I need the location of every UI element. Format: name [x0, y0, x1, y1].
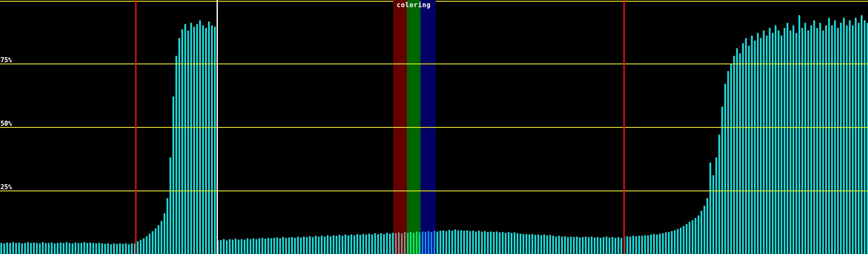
histogram-bar — [460, 230, 462, 254]
histogram-bar — [172, 97, 174, 254]
histogram-bar — [155, 229, 156, 254]
histogram-bar — [416, 232, 417, 254]
histogram-bar — [315, 236, 317, 254]
histogram-bar — [603, 237, 604, 254]
histogram-bar — [300, 237, 302, 254]
histogram-bar — [282, 237, 284, 254]
histogram-bar — [312, 237, 314, 254]
histogram-bar — [493, 232, 495, 254]
histogram-bar — [86, 243, 88, 254]
histogram-bar — [404, 232, 406, 254]
histogram-bar — [116, 244, 118, 254]
histogram-bar — [463, 231, 465, 254]
histogram-bar — [837, 28, 839, 254]
histogram-bar — [484, 231, 486, 254]
histogram-bar — [15, 243, 17, 254]
histogram-bar — [256, 239, 257, 254]
histogram-bar — [650, 235, 652, 254]
histogram-bar — [371, 235, 373, 254]
histogram-bar — [852, 25, 854, 254]
histogram-bar — [437, 232, 438, 254]
histogram-bar — [742, 43, 744, 254]
histogram-bar — [324, 237, 326, 254]
histogram-bar — [321, 236, 323, 254]
histogram-bar — [757, 33, 759, 254]
histogram-bar — [618, 237, 619, 254]
histogram-bar — [766, 36, 768, 254]
histogram-bar — [632, 236, 634, 254]
histogram-bar — [813, 20, 815, 254]
histogram-bar — [698, 215, 699, 254]
histogram-bar — [104, 244, 106, 254]
histogram-bar — [629, 237, 631, 254]
histogram-bar — [600, 238, 601, 254]
y-axis-label-25: 25% — [0, 184, 12, 190]
histogram-bar — [825, 25, 827, 254]
histogram-bar — [620, 238, 622, 254]
histogram-bar — [606, 237, 607, 254]
histogram-bar — [668, 232, 670, 254]
histogram-bar — [425, 232, 426, 254]
histogram-bar — [158, 225, 159, 254]
y-axis-label-50: 50% — [0, 121, 12, 127]
histogram-bar — [431, 232, 432, 254]
histogram-bar — [804, 23, 806, 254]
histogram-bar — [612, 237, 613, 254]
histogram-bar — [318, 237, 320, 254]
histogram-bar — [751, 36, 753, 254]
histogram-bar — [279, 238, 281, 254]
histogram-bar — [407, 233, 409, 254]
histogram-bar — [715, 157, 717, 254]
histogram-bar — [638, 236, 640, 254]
histogram-bar — [748, 46, 750, 254]
histogram-bar — [113, 243, 115, 254]
histogram-bar — [582, 237, 584, 254]
histogram-bar — [167, 198, 168, 254]
histogram-bar — [546, 235, 548, 254]
histogram-bar — [796, 33, 797, 254]
histogram-bar — [704, 206, 705, 254]
histogram-bar — [831, 25, 833, 254]
histogram-bar — [327, 235, 328, 254]
histogram-bar — [653, 234, 655, 254]
histogram-bar — [555, 237, 557, 254]
histogram-bar — [392, 233, 394, 254]
histogram-bar — [656, 235, 658, 254]
histogram-bar — [434, 231, 435, 254]
histogram-bar — [849, 20, 851, 254]
histogram-bar — [60, 243, 61, 254]
histogram-bar — [834, 20, 836, 254]
histogram-bar — [211, 25, 213, 254]
marker-line-red-marker-left — [135, 0, 136, 254]
histogram-bar — [98, 243, 100, 254]
marker-line-white-marker — [217, 0, 218, 254]
histogram-bar — [78, 243, 79, 254]
histogram-bar — [573, 237, 575, 254]
histogram-bar — [588, 237, 590, 254]
histogram-bar — [736, 48, 738, 254]
histogram-bar — [241, 239, 242, 254]
histogram-bar — [193, 27, 195, 254]
histogram-bar — [119, 243, 121, 254]
histogram-bar — [543, 235, 545, 254]
histogram-bar — [359, 235, 361, 254]
histogram-bar — [333, 235, 334, 254]
histogram-bar — [291, 237, 293, 254]
histogram-bar — [526, 234, 527, 254]
histogram-bar — [864, 20, 865, 254]
y-axis-label-75: 75% — [0, 57, 12, 64]
histogram-bar — [466, 230, 468, 254]
histogram-bar — [585, 237, 587, 254]
histogram-bar — [674, 230, 676, 254]
histogram-bar — [475, 232, 477, 254]
histogram-bar — [131, 243, 133, 254]
histogram-bar — [517, 233, 518, 254]
histogram-bar — [208, 22, 210, 254]
histogram-bar — [9, 243, 11, 254]
histogram-bar — [353, 235, 355, 254]
histogram-bar — [469, 231, 471, 254]
histogram-bar — [250, 239, 251, 254]
histogram-bar — [410, 232, 412, 254]
histogram-bar — [39, 243, 41, 254]
histogram-bar — [140, 240, 142, 254]
